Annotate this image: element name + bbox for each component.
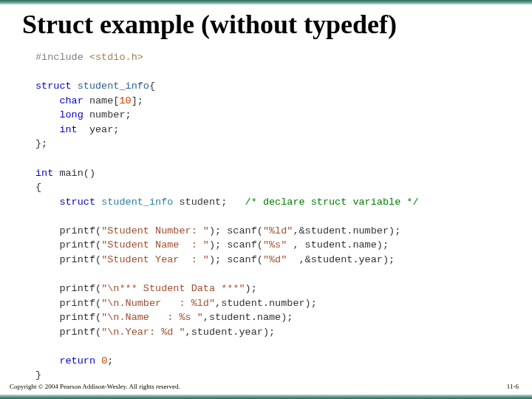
fn-main: main [59, 168, 83, 179]
var-name: name [89, 95, 113, 106]
fn-printf: printf [59, 312, 95, 323]
fn-printf: printf [59, 327, 95, 338]
fn-printf: printf [59, 298, 95, 309]
fn-scanf: scanf [227, 225, 257, 236]
struct-type: student_info [101, 197, 173, 208]
fn-printf: printf [59, 225, 95, 236]
comment: /* declare struct variable */ [245, 197, 419, 208]
string-lit: "Student Name : " [101, 239, 209, 250]
fn-scanf: scanf [227, 254, 257, 265]
member-access: student.name [305, 239, 377, 250]
fn-scanf: scanf [227, 239, 257, 250]
member-access: student.year [311, 254, 383, 265]
struct-name: student_info [78, 81, 149, 92]
fmt-string: "%d" [263, 254, 287, 265]
array-size: 10 [119, 95, 131, 106]
preprocessor: #include [35, 52, 83, 63]
decorative-top-border [0, 0, 532, 4]
member-access: student.name [209, 312, 281, 323]
fmt-string: "%s" [263, 239, 287, 250]
code-block: #include <stdio.h> struct student_info{ … [35, 50, 419, 383]
decorative-bottom-border [0, 395, 532, 399]
page-number: 11-6 [507, 383, 519, 390]
keyword-int-main: int [35, 168, 53, 179]
member-access: student.number [221, 298, 304, 309]
member-access: student.number [305, 225, 389, 236]
string-lit: "\n.Year: %d " [101, 327, 185, 338]
string-lit: "\n.Number : %ld" [101, 298, 215, 309]
keyword-char: char [59, 95, 83, 106]
slide-title: Struct example (without typedef) [22, 9, 397, 40]
fn-printf: printf [59, 283, 95, 294]
keyword-struct: struct [35, 81, 72, 92]
fmt-string: "%ld" [263, 225, 293, 236]
var-year: year [89, 124, 113, 135]
keyword-int: int [59, 124, 77, 135]
string-lit: "\n*** Student Data ***" [101, 283, 245, 294]
struct-var: student [179, 197, 221, 208]
copyright-text: Copyright © 2004 Pearson Addison-Wesley.… [10, 383, 180, 390]
keyword-return: return [59, 355, 95, 366]
fn-printf: printf [59, 254, 95, 265]
keyword-long: long [59, 109, 83, 120]
string-lit: "Student Year : " [101, 254, 209, 265]
member-access: student.year [191, 327, 263, 338]
string-lit: "Student Number: " [101, 225, 209, 236]
var-number: number [89, 109, 126, 120]
include-header: <stdio.h> [89, 52, 143, 63]
fn-printf: printf [59, 239, 95, 250]
keyword-struct-decl: struct [59, 197, 95, 208]
string-lit: "\n.Name : %s " [101, 312, 203, 323]
